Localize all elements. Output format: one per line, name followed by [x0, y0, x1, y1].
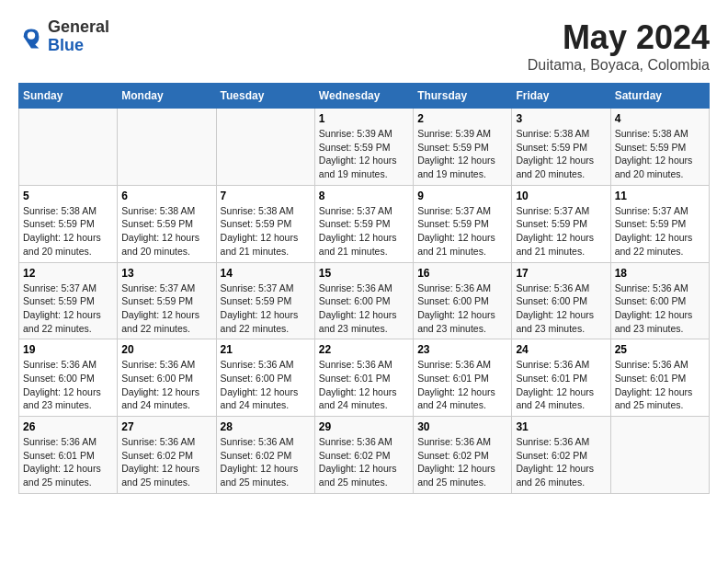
calendar-cell: 5Sunrise: 5:38 AM Sunset: 5:59 PM Daylig… — [19, 185, 118, 262]
logo-icon — [18, 24, 44, 50]
day-info: Sunrise: 5:36 AM Sunset: 6:00 PM Dayligh… — [221, 358, 311, 412]
day-number: 11 — [615, 190, 705, 202]
day-number: 22 — [319, 343, 409, 356]
logo-blue: Blue — [48, 37, 109, 55]
day-number: 29 — [319, 420, 409, 433]
calendar-cell: 10Sunrise: 5:37 AM Sunset: 5:59 PM Dayli… — [512, 185, 610, 262]
day-number: 15 — [319, 267, 409, 280]
calendar-cell: 19Sunrise: 5:36 AM Sunset: 6:00 PM Dayli… — [19, 339, 118, 417]
day-info: Sunrise: 5:36 AM Sunset: 6:01 PM Dayligh… — [615, 358, 705, 412]
day-number: 9 — [417, 190, 507, 202]
day-info: Sunrise: 5:36 AM Sunset: 6:00 PM Dayligh… — [516, 282, 606, 336]
day-info: Sunrise: 5:37 AM Sunset: 5:59 PM Dayligh… — [615, 204, 705, 259]
week-row-3: 12Sunrise: 5:37 AM Sunset: 5:59 PM Dayli… — [19, 262, 710, 339]
day-info: Sunrise: 5:36 AM Sunset: 6:02 PM Dayligh… — [121, 435, 211, 489]
day-info: Sunrise: 5:36 AM Sunset: 6:01 PM Dayligh… — [516, 358, 606, 412]
day-number: 23 — [417, 343, 507, 356]
day-number: 16 — [417, 267, 507, 280]
day-info: Sunrise: 5:37 AM Sunset: 5:59 PM Dayligh… — [516, 204, 606, 259]
logo: General Blue — [18, 18, 109, 55]
day-info: Sunrise: 5:36 AM Sunset: 6:01 PM Dayligh… — [23, 435, 113, 489]
header-saturday: Saturday — [610, 84, 709, 109]
day-number: 8 — [319, 190, 409, 202]
calendar-cell: 8Sunrise: 5:37 AM Sunset: 5:59 PM Daylig… — [314, 185, 413, 262]
calendar-cell: 31Sunrise: 5:36 AM Sunset: 6:02 PM Dayli… — [512, 417, 610, 494]
calendar-cell: 18Sunrise: 5:36 AM Sunset: 6:00 PM Dayli… — [610, 262, 709, 339]
day-number: 5 — [23, 190, 113, 202]
day-number: 6 — [121, 190, 211, 202]
header-sunday: Sunday — [19, 84, 118, 109]
day-info: Sunrise: 5:39 AM Sunset: 5:59 PM Dayligh… — [319, 127, 409, 181]
calendar-cell — [610, 417, 709, 494]
calendar-header: SundayMondayTuesdayWednesdayThursdayFrid… — [19, 84, 710, 109]
calendar-cell: 29Sunrise: 5:36 AM Sunset: 6:02 PM Dayli… — [314, 417, 413, 494]
week-row-4: 19Sunrise: 5:36 AM Sunset: 6:00 PM Dayli… — [19, 339, 710, 417]
calendar-cell: 9Sunrise: 5:37 AM Sunset: 5:59 PM Daylig… — [414, 185, 512, 262]
day-number: 19 — [23, 343, 113, 356]
calendar-title: May 2024 — [528, 18, 710, 57]
calendar-cell: 6Sunrise: 5:38 AM Sunset: 5:59 PM Daylig… — [118, 185, 216, 262]
day-number: 10 — [516, 190, 606, 202]
day-number: 21 — [221, 343, 311, 356]
calendar-cell: 28Sunrise: 5:36 AM Sunset: 6:02 PM Dayli… — [216, 417, 314, 494]
calendar-cell: 15Sunrise: 5:36 AM Sunset: 6:00 PM Dayli… — [314, 262, 413, 339]
calendar-subtitle: Duitama, Boyaca, Colombia — [528, 57, 710, 74]
day-number: 17 — [516, 267, 606, 280]
week-row-2: 5Sunrise: 5:38 AM Sunset: 5:59 PM Daylig… — [19, 185, 710, 262]
calendar-cell: 26Sunrise: 5:36 AM Sunset: 6:01 PM Dayli… — [19, 417, 118, 494]
calendar-cell: 11Sunrise: 5:37 AM Sunset: 5:59 PM Dayli… — [610, 185, 709, 262]
day-info: Sunrise: 5:37 AM Sunset: 5:59 PM Dayligh… — [417, 204, 507, 259]
header-tuesday: Tuesday — [216, 84, 314, 109]
day-number: 27 — [121, 420, 211, 433]
day-info: Sunrise: 5:36 AM Sunset: 6:02 PM Dayligh… — [221, 435, 311, 489]
calendar-cell — [216, 109, 314, 186]
header-row: SundayMondayTuesdayWednesdayThursdayFrid… — [19, 84, 710, 109]
day-number: 13 — [121, 267, 211, 280]
logo-general: General — [48, 18, 109, 37]
calendar-cell: 2Sunrise: 5:39 AM Sunset: 5:59 PM Daylig… — [414, 109, 512, 186]
calendar-cell — [19, 109, 118, 186]
day-number: 3 — [516, 112, 606, 125]
day-number: 12 — [23, 267, 113, 280]
calendar-cell: 4Sunrise: 5:38 AM Sunset: 5:59 PM Daylig… — [610, 109, 709, 186]
day-info: Sunrise: 5:36 AM Sunset: 6:02 PM Dayligh… — [417, 435, 507, 489]
day-number: 20 — [121, 343, 211, 356]
day-number: 26 — [23, 420, 113, 433]
day-info: Sunrise: 5:36 AM Sunset: 6:01 PM Dayligh… — [417, 358, 507, 412]
header-thursday: Thursday — [414, 84, 512, 109]
day-number: 28 — [221, 420, 311, 433]
week-row-1: 1Sunrise: 5:39 AM Sunset: 5:59 PM Daylig… — [19, 109, 710, 186]
day-info: Sunrise: 5:36 AM Sunset: 6:02 PM Dayligh… — [516, 435, 606, 489]
day-number: 30 — [417, 420, 507, 433]
logo-text: General Blue — [48, 18, 109, 55]
page-header: General Blue May 2024 Duitama, Boyaca, C… — [18, 18, 710, 74]
day-info: Sunrise: 5:39 AM Sunset: 5:59 PM Dayligh… — [417, 127, 507, 181]
calendar-cell: 3Sunrise: 5:38 AM Sunset: 5:59 PM Daylig… — [512, 109, 610, 186]
calendar-cell: 7Sunrise: 5:38 AM Sunset: 5:59 PM Daylig… — [216, 185, 314, 262]
calendar-cell: 21Sunrise: 5:36 AM Sunset: 6:00 PM Dayli… — [216, 339, 314, 417]
calendar-cell — [118, 109, 216, 186]
calendar-cell: 27Sunrise: 5:36 AM Sunset: 6:02 PM Dayli… — [118, 417, 216, 494]
day-number: 4 — [615, 112, 705, 125]
calendar-cell: 20Sunrise: 5:36 AM Sunset: 6:00 PM Dayli… — [118, 339, 216, 417]
day-number: 2 — [417, 112, 507, 125]
week-row-5: 26Sunrise: 5:36 AM Sunset: 6:01 PM Dayli… — [19, 417, 710, 494]
day-info: Sunrise: 5:38 AM Sunset: 5:59 PM Dayligh… — [516, 127, 606, 181]
header-monday: Monday — [118, 84, 216, 109]
calendar-cell: 23Sunrise: 5:36 AM Sunset: 6:01 PM Dayli… — [414, 339, 512, 417]
day-number: 25 — [615, 343, 705, 356]
day-info: Sunrise: 5:37 AM Sunset: 5:59 PM Dayligh… — [221, 282, 311, 336]
day-info: Sunrise: 5:38 AM Sunset: 5:59 PM Dayligh… — [221, 204, 311, 259]
day-number: 18 — [615, 267, 705, 280]
day-info: Sunrise: 5:38 AM Sunset: 5:59 PM Dayligh… — [23, 204, 113, 259]
day-info: Sunrise: 5:36 AM Sunset: 6:02 PM Dayligh… — [319, 435, 409, 489]
day-number: 1 — [319, 112, 409, 125]
calendar-cell: 13Sunrise: 5:37 AM Sunset: 5:59 PM Dayli… — [118, 262, 216, 339]
calendar-cell: 17Sunrise: 5:36 AM Sunset: 6:00 PM Dayli… — [512, 262, 610, 339]
calendar-cell: 30Sunrise: 5:36 AM Sunset: 6:02 PM Dayli… — [414, 417, 512, 494]
day-info: Sunrise: 5:37 AM Sunset: 5:59 PM Dayligh… — [319, 204, 409, 259]
day-info: Sunrise: 5:37 AM Sunset: 5:59 PM Dayligh… — [23, 282, 113, 336]
calendar-cell: 12Sunrise: 5:37 AM Sunset: 5:59 PM Dayli… — [19, 262, 118, 339]
title-block: May 2024 Duitama, Boyaca, Colombia — [528, 18, 710, 74]
day-info: Sunrise: 5:36 AM Sunset: 6:00 PM Dayligh… — [417, 282, 507, 336]
